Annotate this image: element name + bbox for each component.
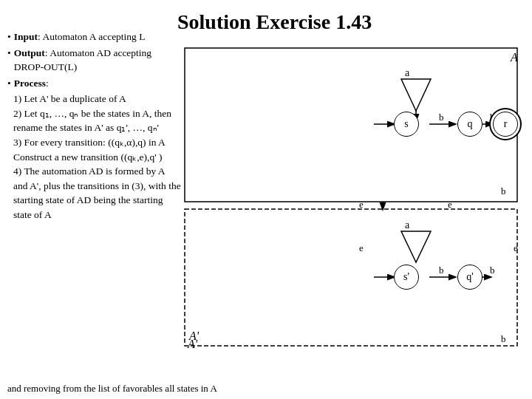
bottom-text: and removing from the list of favorables…	[7, 383, 525, 395]
svg-text:a: a	[405, 67, 410, 78]
svg-marker-5	[401, 79, 431, 111]
svg-text:e: e	[359, 199, 364, 210]
bullet-output: • Output: Automaton AD accepting DROP-OU…	[7, 46, 181, 75]
step4: 4) The automation AD is formed by A and …	[13, 164, 181, 222]
step2: 2) Let q₁, …, qₙ be the states in A, the…	[13, 106, 181, 135]
bullet-input: • Input: Automaton A accepting L	[7, 30, 181, 44]
svg-text:b: b	[490, 265, 495, 276]
svg-marker-17	[401, 231, 431, 262]
state-q-prime: q'	[457, 265, 482, 290]
svg-text:e: e	[448, 199, 452, 210]
svg-text:e: e	[359, 242, 364, 253]
diagram: A A' a b b b e e a	[183, 41, 525, 373]
state-s: s	[394, 112, 419, 137]
state-q: q	[457, 112, 482, 137]
svg-text:A': A'	[188, 330, 200, 342]
svg-text:A: A	[510, 51, 518, 64]
state-s-prime: s'	[394, 265, 419, 290]
svg-text:e: e	[514, 242, 518, 253]
svg-text:b: b	[501, 333, 506, 344]
svg-text:b: b	[501, 185, 506, 197]
svg-text:b: b	[439, 265, 444, 276]
step3b: Construct a new transition ((qₖ,e),q⁣' )	[13, 150, 181, 165]
diagram-svg: A A' a b b b e e a	[183, 41, 519, 358]
step1: 1) Let A' be a duplicate of A	[13, 92, 181, 106]
svg-text:b: b	[439, 112, 444, 123]
page-title: Solution Exercise 1.43	[177, 10, 372, 34]
step3: 3) For every transition: ((qₖ,α),q⁣) in …	[13, 135, 181, 150]
bullet-process: • Process:	[7, 76, 181, 91]
svg-text:a: a	[405, 219, 410, 231]
state-r: r	[493, 112, 518, 137]
left-panel: • Input: Automaton A accepting L • Outpu…	[7, 30, 181, 222]
